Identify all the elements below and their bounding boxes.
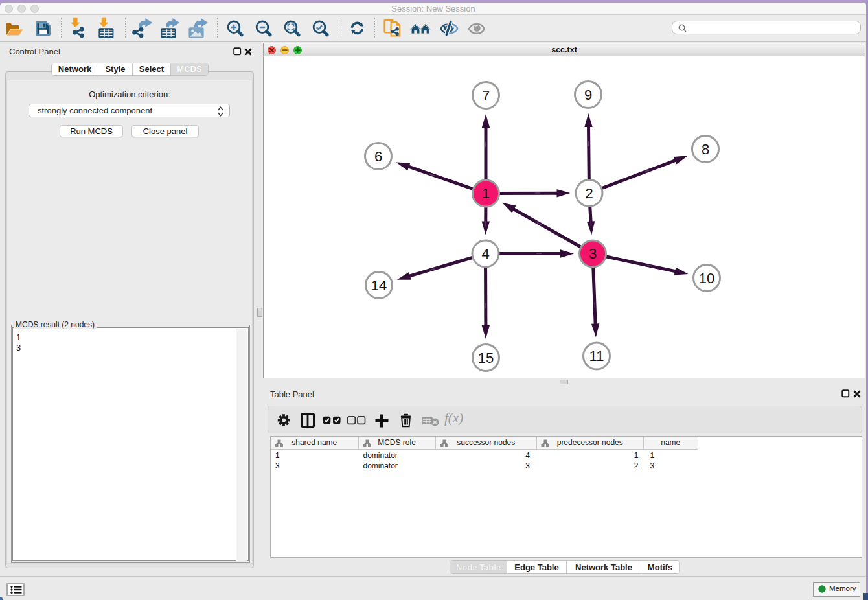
svg-text:7: 7	[482, 87, 490, 104]
svg-text:14: 14	[371, 277, 387, 294]
svg-text:11: 11	[589, 348, 604, 364]
svg-text:6: 6	[374, 148, 382, 165]
svg-text:4: 4	[481, 246, 489, 262]
svg-text:8: 8	[702, 141, 709, 157]
svg-text:2: 2	[585, 185, 593, 202]
svg-text:15: 15	[478, 350, 494, 366]
svg-text:1: 1	[482, 185, 490, 202]
svg-text:3: 3	[589, 246, 597, 262]
svg-text:9: 9	[584, 87, 592, 103]
svg-text:10: 10	[699, 270, 714, 286]
